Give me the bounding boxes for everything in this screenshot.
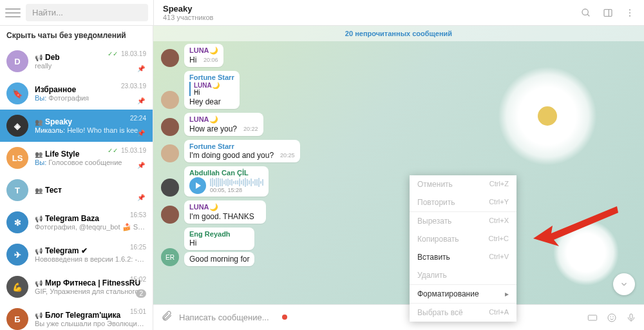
- chat-time: 16:53: [130, 211, 146, 218]
- search-icon[interactable]: [581, 8, 591, 18]
- message-text: I'm doing good and you?: [189, 151, 274, 160]
- emoji-icon[interactable]: [607, 313, 617, 323]
- message-avatar[interactable]: [161, 179, 179, 197]
- chat-time: 15:02: [130, 276, 146, 283]
- message-avatar[interactable]: [161, 118, 179, 136]
- channel-icon: [35, 214, 43, 223]
- hide-chats-toggle[interactable]: Скрыть чаты без уведомлений: [0, 26, 153, 45]
- attach-icon[interactable]: [161, 310, 173, 325]
- message-avatar[interactable]: [161, 91, 179, 109]
- search-input[interactable]: Найти...: [26, 4, 148, 21]
- sender-name[interactable]: LUNA🌙: [189, 115, 258, 124]
- chat-snippet: Вы: Фотография: [35, 94, 146, 102]
- more-icon[interactable]: [625, 8, 635, 18]
- group-icon: [35, 150, 43, 159]
- context-menu-item: ОтменитьCtrl+Z: [410, 175, 516, 193]
- chat-snippet: GIF, Упражнения для стального ...: [35, 287, 146, 295]
- chat-list-item[interactable]: ✻ Telegram Baza Фотография, @teqqru_bot …: [0, 206, 153, 238]
- chat-list-item[interactable]: Б Блог Telegram'щика Вы уже слышали про …: [0, 303, 153, 330]
- reply-preview[interactable]: LUNA🌙Hi: [189, 82, 234, 96]
- chat-list-item[interactable]: Т Тест 📌: [0, 174, 153, 206]
- message-time: 20:25: [280, 152, 295, 159]
- context-menu-item: ВырезатьCtrl+X: [410, 212, 516, 230]
- pin-icon: 📌: [137, 130, 145, 137]
- chat-header-title[interactable]: Speaky: [163, 4, 213, 14]
- channel-icon: [35, 278, 43, 287]
- chat-time: 22:24: [130, 115, 146, 122]
- svg-point-4: [629, 9, 630, 10]
- sender-name[interactable]: Fortune Starr: [189, 142, 295, 150]
- message-avatar[interactable]: ER: [161, 248, 179, 266]
- chat-list-item[interactable]: D Deb really ✓✓ 18.03.19 📌: [0, 45, 153, 77]
- voice-duration: 00:05, 15:28: [210, 187, 263, 193]
- read-check-icon: ✓✓: [108, 147, 118, 154]
- message-bubble[interactable]: Eng ReyadhHi: [184, 228, 254, 250]
- message-text: Hi: [189, 238, 196, 248]
- play-button[interactable]: [189, 177, 206, 194]
- scroll-to-bottom-button[interactable]: [613, 273, 635, 295]
- svg-point-12: [611, 316, 611, 317]
- compose-bar: Написать сообщение...: [153, 304, 644, 330]
- message-bubble[interactable]: LUNA🌙How are you?20:22: [184, 113, 263, 136]
- message-avatar[interactable]: [161, 144, 179, 162]
- svg-line-1: [587, 14, 589, 16]
- message-avatar[interactable]: [161, 49, 179, 67]
- chat-list-item[interactable]: ◈ Speaky Микаэль: Hello! Who than is kee…: [0, 110, 153, 142]
- chat-avatar: D: [6, 50, 28, 72]
- channel-icon: [35, 246, 43, 255]
- svg-point-6: [629, 15, 630, 16]
- message-bubble[interactable]: LUNA🌙Hi20:06: [184, 44, 223, 67]
- message-bubble[interactable]: Fortune StarrI'm doing good and you?20:2…: [184, 140, 300, 162]
- context-menu-item[interactable]: Форматирование: [410, 285, 516, 303]
- keyboard-icon[interactable]: [587, 313, 598, 323]
- chat-avatar: ✈: [6, 244, 28, 266]
- message-text: How are you?: [189, 124, 237, 133]
- sender-name[interactable]: Fortune Starr: [189, 73, 234, 81]
- chat-avatar: LS: [6, 147, 28, 169]
- sender-name[interactable]: LUNA🌙: [189, 203, 261, 211]
- message-text: Hey dear: [189, 97, 221, 106]
- voice-record-icon[interactable]: [626, 313, 636, 323]
- context-menu: ОтменитьCtrl+ZПовторитьCtrl+YВырезатьCtr…: [410, 175, 516, 322]
- context-menu-item: Выбрать всёCtrl+A: [410, 304, 516, 322]
- annotation-arrow: [533, 206, 623, 251]
- pin-icon: 📌: [137, 97, 145, 104]
- message-avatar[interactable]: [161, 206, 179, 224]
- svg-point-5: [629, 12, 630, 13]
- message-bubble[interactable]: Abdullah Can ÇİL00:05, 15:28: [184, 166, 269, 197]
- channel-icon: [35, 53, 43, 62]
- chat-avatar: Т: [6, 179, 28, 201]
- sender-name[interactable]: Abdullah Can ÇİL: [189, 169, 263, 177]
- sender-name[interactable]: Eng Reyadh: [189, 230, 249, 238]
- chat-list: Скрыть чаты без уведомлений D Deb really…: [0, 26, 153, 330]
- chat-list-item[interactable]: LS Life Style Вы: Голосовое сообщение ✓✓…: [0, 142, 153, 174]
- recording-indicator: [282, 315, 287, 320]
- message-bubble[interactable]: Fortune StarrLUNA🌙HiHey dear: [184, 71, 240, 109]
- unread-messages-banner: 20 непрочитанных сообщений: [153, 26, 644, 41]
- message-bubble[interactable]: LUNA🌙I'm good. THANKS: [184, 200, 266, 224]
- chat-time: ✓✓ 18.03.19: [108, 50, 146, 57]
- message-input[interactable]: Написать сообщение...: [179, 313, 581, 322]
- voice-waveform[interactable]: [210, 178, 263, 187]
- svg-point-11: [608, 314, 616, 322]
- message-bubble[interactable]: Good morning for: [184, 252, 254, 266]
- svg-point-0: [582, 9, 588, 15]
- context-menu-item: КопироватьCtrl+C: [410, 230, 516, 248]
- pin-icon: 📌: [137, 65, 145, 72]
- chat-time: 23.03.19: [121, 82, 146, 90]
- context-menu-item[interactable]: ВставитьCtrl+V: [410, 248, 516, 266]
- chat-snippet: Вы уже слышали про Эволюцио...: [35, 320, 146, 327]
- sender-name[interactable]: LUNA🌙: [189, 46, 218, 55]
- chat-name: Тест: [35, 186, 146, 195]
- chat-snippet: really: [35, 62, 146, 70]
- chat-list-item[interactable]: ✈ Telegram ✔ Нововведения в версии 1.6.2…: [0, 238, 153, 271]
- pin-icon: 📌: [137, 194, 145, 201]
- chat-list-item[interactable]: 💪 Мир Фитнеса | FitnessRU GIF, Упражнени…: [0, 271, 153, 303]
- chat-avatar: 🔖: [6, 82, 28, 104]
- chat-list-item[interactable]: 🔖 Избранное Вы: Фотография 23.03.19 📌: [0, 77, 153, 110]
- sidebar-toggle-icon[interactable]: [603, 8, 613, 18]
- menu-burger-icon[interactable]: [5, 5, 21, 21]
- chat-snippet: Нововведения в версии 1.6.2: - Вы м...: [35, 255, 146, 263]
- message-text: I'm good. THANKS: [189, 212, 254, 221]
- pin-icon: 📌: [137, 162, 145, 169]
